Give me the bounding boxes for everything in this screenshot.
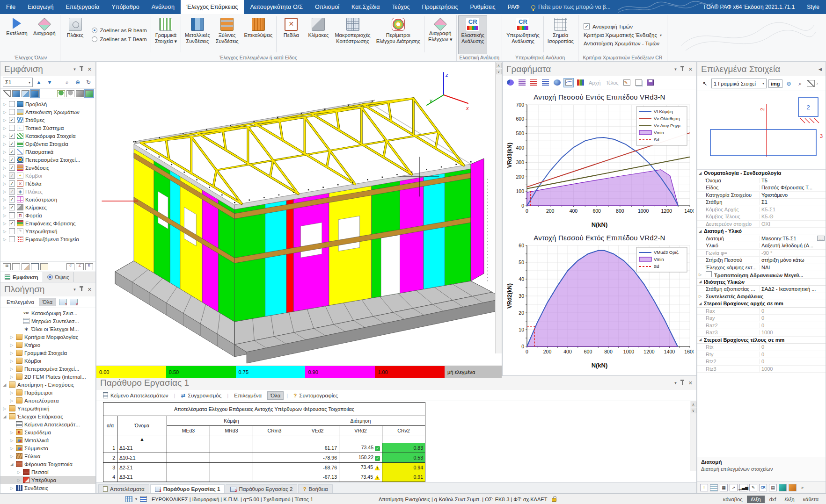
menu-προμετρήσεις[interactable]: Προμετρήσεις — [416, 0, 464, 14]
prop-row-διατομή[interactable]: ΔιατομήMasonry:T5-Σ1... — [697, 235, 826, 243]
display-item-τοπικό-σύστημα[interactable]: ▷Τοπικό Σύστημα — [0, 124, 95, 132]
nav-item-clipped[interactable]: ▷ — [0, 492, 95, 493]
nav-item-2d-fem-plates-internal-[interactable]: ▷2D FEM Plates (internal... — [0, 373, 95, 381]
prop-row-rax[interactable]: Rax0 — [697, 308, 826, 315]
zoom-window-icon[interactable]: ⌕ — [62, 78, 72, 87]
table-row-Δ1-Σ1[interactable]: 1Δ1-Σ161.1773.45✓0.83 — [103, 443, 425, 453]
menu-λειτουργικότητα-ο-σ[interactable]: Λειτουργικότητα Ο/Σ — [244, 0, 309, 14]
menu-εισαγωγή[interactable]: Εισαγωγή — [22, 0, 59, 14]
nav-item-μεταλλικά[interactable]: ▷Μεταλλικά — [0, 436, 95, 444]
prop-row-όνομα[interactable]: ΌνομαT5 — [697, 177, 826, 185]
prop-row-τροποποίηση-αδρανειακών-μεγεθ-[interactable]: ▷Τροποποίηση Αδρανειακών Μεγεθ... — [697, 271, 826, 279]
view-shaded-button[interactable] — [31, 90, 39, 97]
close-icon[interactable]: ✕ — [88, 287, 92, 293]
nav-item-γραμμικά-στοιχεία[interactable]: ▷Γραμμικά Στοιχεία — [0, 349, 95, 357]
equilibrium-points-button[interactable]: ΣημείαΙσορροπίας — [545, 15, 577, 54]
panel-menu-icon[interactable]: ▾ — [73, 287, 76, 292]
nav-item-αποτελέσματα[interactable]: ▷Αποτελέσματα — [0, 396, 95, 404]
nav-item-κριτήρια-μορφολογίας[interactable]: ▷Κριτήρια Μορφολογίας — [0, 333, 95, 341]
nav-item-κατακόρυφη-σεισ-[interactable]: vscΚατακόρυφη Σεισ... — [0, 309, 95, 317]
render-gray-button[interactable] — [66, 90, 74, 97]
prop-row-rtx[interactable]: Rtx0 — [697, 344, 826, 351]
start-button[interactable]: Αρχή — [587, 80, 603, 86]
browse-button[interactable]: ... — [817, 236, 825, 241]
toggle-κάναβος[interactable]: κάναβος — [719, 496, 746, 503]
display-item-εμφανιζόμενα-στοιχεία[interactable]: ▷Εμφανιζόμενα Στοιχεία — [0, 235, 95, 243]
sphere-chart-icon[interactable] — [552, 78, 562, 87]
prop-row-rtz3[interactable]: Rtz31000 — [697, 366, 826, 373]
menu-υπόβαθρο[interactable]: Υπόβαθρο — [105, 0, 145, 14]
radio-zoellner-t-beam[interactable]: Zoellner as T Beam — [92, 36, 147, 42]
select-window-icon[interactable] — [31, 263, 39, 270]
cr-option[interactable]: Κριτήρια Χρωματικής Ένδειξης▾ — [584, 32, 662, 38]
prop-row-κόμβος-αρχής[interactable]: Κόμβος ΑρχήςΚ5-Σ1 — [697, 206, 826, 214]
prop-row-raz3[interactable]: Raz31000 — [697, 329, 826, 337]
abbreviations-button[interactable]: ? Συντομογραφίες — [291, 392, 341, 399]
display-item-κόμβοι[interactable]: ▷Κόμβοι — [0, 172, 95, 180]
mini-chart-icon[interactable]: ▁▃▅ — [739, 484, 747, 491]
more-icon[interactable]: » — [798, 484, 806, 491]
nav-item-κόμβοι[interactable]: ▷Κόμβοι — [0, 357, 95, 365]
model-viewport[interactable]: zxy ∧ ∨ 0.000.500.750.901.00μή ελεγμένα — [96, 62, 502, 376]
zoom-extents-icon[interactable]: ⊕ — [784, 79, 794, 88]
panel-menu-icon[interactable]: ▾ — [674, 67, 677, 72]
display-item-πλάκες[interactable]: ▷Πλάκες — [0, 187, 95, 195]
img-button[interactable]: img — [768, 79, 782, 88]
nav-selected-button[interactable]: Επιλεγμένα — [3, 298, 38, 306]
display-item-κοιτόστρωση[interactable]: ▷Κοιτόστρωση — [0, 195, 95, 203]
prop-row-κατηγορία-στοιχείου[interactable]: Κατηγορία ΣτοιχείουΥφιστάμενο — [697, 192, 826, 199]
element-type-combo[interactable]: 1 Γραμμικά Στοιχεί ▾ — [711, 79, 767, 88]
table-scrollbar[interactable]: ∧ ∨ — [690, 401, 696, 471]
prop-row-στήριξη-πεσσού[interactable]: Στήριξη Πεσσούστήριξη μόνο κάτω — [697, 257, 826, 264]
end-button[interactable]: Τέλος — [604, 80, 621, 86]
level-up-button[interactable]: ▲ — [34, 78, 44, 87]
linear-elements-button[interactable]: ΓραμμικάΣτοιχεία ▾ — [152, 15, 180, 54]
prop-row-ray[interactable]: Ray0 — [697, 315, 826, 322]
view-semitransparent-button[interactable] — [22, 90, 29, 97]
toggle-έλξη[interactable]: έλξη — [747, 496, 764, 503]
menu-ραφ[interactable]: ΡΑΦ — [502, 0, 526, 14]
toolbar-overflow-icon[interactable]: › — [817, 81, 818, 86]
pin-icon[interactable] — [682, 67, 683, 71]
tell-me-search[interactable]: Πείτε μου πως μπορώ να β... — [526, 0, 616, 14]
pan-icon[interactable]: ⊕ — [73, 78, 82, 87]
cr-elastic-button[interactable]: CRΕλαστικήςΑνάλυσης — [458, 15, 487, 54]
angle-icon[interactable]: ∠ — [76, 263, 84, 270]
nav-item-πεσσοί[interactable]: ▷Πεσσοί — [0, 468, 95, 476]
menu-οπλισμοί[interactable]: Οπλισμοί — [309, 0, 345, 14]
view-wireframe-button[interactable] — [3, 90, 11, 97]
collapse-icon[interactable]: ◀ — [819, 67, 822, 72]
properties-sheet-icon[interactable] — [40, 263, 48, 270]
scroll-up-icon[interactable]: ∧ — [496, 63, 502, 68]
blue-bars-icon[interactable] — [540, 78, 550, 87]
work-window-1-icon[interactable] — [59, 299, 67, 305]
worktab-παράθυρο-εργασίας-2[interactable]: Παράθυρο Εργασίας 2 — [226, 484, 297, 493]
cr-icon[interactable]: CR — [759, 484, 767, 491]
style-menu[interactable]: Style — [807, 4, 819, 10]
display-item-κατακόρυφα-στοιχεία[interactable]: ▷Κατακόρυφα Στοιχεία — [0, 132, 95, 140]
coatings-button[interactable]: Επικαλύψεις — [241, 15, 276, 54]
sync-button[interactable]: ⇄ Συγχρονισμός — [178, 391, 225, 400]
prop-row-rtz2[interactable]: Rtz20 — [697, 358, 826, 366]
nav-all-button[interactable]: Όλα — [39, 298, 56, 306]
nav-item-ξύλινα[interactable]: ▷Ξύλινα — [0, 452, 95, 460]
pick-element-icon[interactable]: ↖ — [700, 79, 709, 88]
results-table[interactable]: Αποτελέσματα Ελέγχου Επάρκειας Αντοχής Υ… — [103, 402, 425, 482]
select-polygon-icon[interactable] — [22, 263, 29, 270]
grid-caret-icon[interactable]: ▾ — [135, 497, 137, 501]
section-cube-icon[interactable] — [807, 80, 815, 87]
prop-row-rty[interactable]: Rty0 — [697, 351, 826, 359]
orbit-icon[interactable]: ↻ — [84, 78, 93, 87]
render-green-button[interactable] — [85, 90, 93, 97]
zoom-selection-icon[interactable]: ⌕ — [796, 79, 805, 88]
cr-option[interactable]: Αντιστοίχιση Χρωμάτων - Τιμών — [584, 41, 662, 46]
menu-ρυθμίσεις[interactable]: Ρυθμίσεις — [464, 0, 501, 14]
nav-item-υπερωθητική[interactable]: ▷Υπερωθητική — [0, 404, 95, 412]
level-combo[interactable]: Σ1▾ — [3, 78, 33, 87]
copy-chart-icon[interactable] — [634, 78, 644, 87]
histogram-icon[interactable] — [517, 78, 527, 87]
stairs-button[interactable]: Κλίμακες — [305, 15, 332, 54]
display-item-πέδιλα[interactable]: ▷Πέδιλα — [0, 180, 95, 187]
raft-macroregions-button[interactable]: ΜακροπεριοχέςΚοιτόστρωσης — [332, 15, 373, 54]
all-filter-button[interactable]: Όλα — [267, 391, 284, 400]
